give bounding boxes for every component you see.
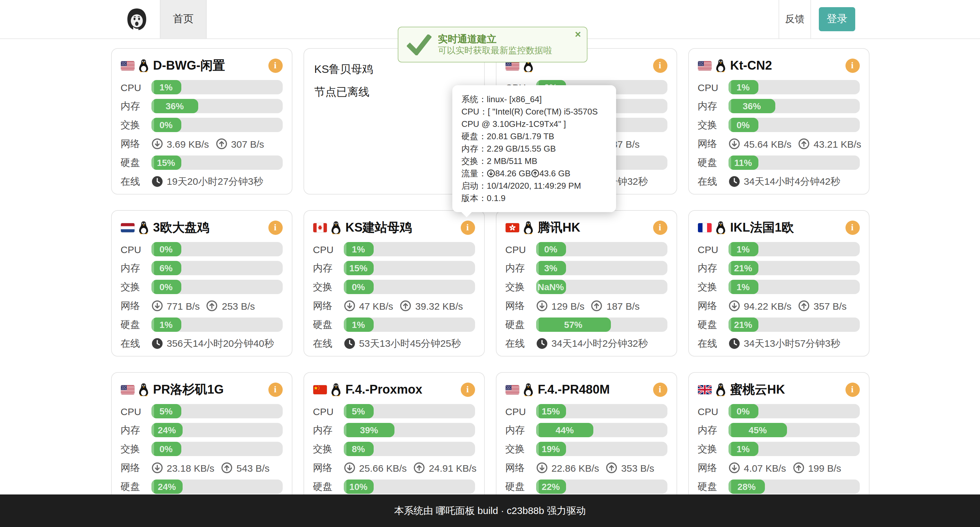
stat-label: 网络 xyxy=(505,462,536,474)
stat-row-mem: 内存36% xyxy=(698,99,859,113)
stat-row-uptime: 在线19天20小时27分钟3秒 xyxy=(121,174,282,189)
stat-row-mem: 内存15% xyxy=(313,261,475,275)
server-name: 蜜桃云HK xyxy=(730,381,785,398)
server-card: 3欧大盘鸡iCPU0%内存6%交换0%网络771 B/s253 B/s硬盘1%在… xyxy=(111,210,292,356)
stat-row-disk: 硬盘24% xyxy=(121,479,282,494)
server-card: KS建站母鸡iCPU1%内存15%交换0%网络47 KB/s39.32 KB/s… xyxy=(303,210,484,356)
mem-bar: 39% xyxy=(344,423,475,437)
site-logo-avatar[interactable] xyxy=(125,7,149,31)
stat-row-swap: 交换0% xyxy=(313,280,475,294)
flag-us-icon xyxy=(505,61,519,70)
stat-row-uptime: 在线34天13小时57分钟3秒 xyxy=(698,336,859,351)
server-name: F.4.-Proxmox xyxy=(345,383,422,397)
tab-home[interactable]: 首页 xyxy=(160,0,207,38)
stat-label: 交换 xyxy=(121,119,151,131)
close-icon[interactable]: × xyxy=(575,29,581,40)
info-icon[interactable]: i xyxy=(268,59,282,73)
tooltip-line: 硬盘：20.81 GB/1.79 TB xyxy=(461,130,607,142)
stat-label: 内存 xyxy=(121,262,151,274)
card-title-row: F.4.-Proxmoxi xyxy=(313,381,475,399)
linux-tux-icon xyxy=(331,383,341,396)
upload-speed: 307 B/s xyxy=(231,138,264,149)
info-icon[interactable]: i xyxy=(653,220,667,235)
card-title-row: 蜜桃云HKi xyxy=(698,381,859,399)
server-card: Kt-CN2iCPU1%内存36%交换0%网络45.64 KB/s43.21 K… xyxy=(688,48,869,195)
stat-label: 网络 xyxy=(121,462,151,474)
stat-row-disk: 硬盘22% xyxy=(505,479,667,494)
upload-speed: 39.32 KB/s xyxy=(415,300,463,311)
upload-arrow-icon xyxy=(792,462,804,474)
stat-label: 在线 xyxy=(121,337,151,350)
mem-percent: 3% xyxy=(544,261,557,275)
mem-bar: 24% xyxy=(151,423,282,437)
stat-row-cpu: CPU0% xyxy=(505,242,667,256)
info-icon[interactable]: i xyxy=(845,220,859,235)
stat-row-disk: 硬盘1% xyxy=(121,318,282,332)
cpu-percent: 15% xyxy=(542,404,560,418)
server-name: Kt-CN2 xyxy=(730,59,772,73)
stat-row-net: 网络45.64 KB/s43.21 KB/s xyxy=(698,137,859,151)
linux-tux-icon xyxy=(523,221,533,234)
download-arrow-icon xyxy=(344,300,355,311)
info-icon[interactable]: i xyxy=(268,383,282,397)
info-icon[interactable]: i xyxy=(460,220,475,235)
uptime-value: 34天13小时57分钟3秒 xyxy=(728,337,840,350)
stat-label: 交换 xyxy=(313,281,344,293)
stat-label: 在线 xyxy=(698,175,728,188)
cpu-percent: 5% xyxy=(352,404,365,418)
toast-message: 可以实时获取最新监控数据啦 xyxy=(438,45,552,56)
feedback-link[interactable]: 反馈 xyxy=(778,0,811,38)
tooltip-line: 系统：linux- [x86_64] xyxy=(461,93,607,105)
server-card: IKL法国1欧iCPU1%内存21%交换1%网络94.22 KB/s357 B/… xyxy=(688,210,869,356)
disk-percent: 28% xyxy=(738,479,756,494)
stat-label: 内存 xyxy=(698,424,728,436)
flag-fr-icon xyxy=(698,223,711,232)
swap-bar: 1% xyxy=(728,442,859,456)
info-icon[interactable]: i xyxy=(653,383,667,397)
download-speed: 22.86 KB/s xyxy=(551,462,599,473)
swap-percent: 8% xyxy=(352,442,365,456)
swap-percent: 0% xyxy=(159,280,173,294)
stat-row-disk: 硬盘10% xyxy=(313,479,475,494)
stat-row-net: 网络771 B/s253 B/s xyxy=(121,299,282,313)
server-name: F.4.-PR480M xyxy=(538,383,610,397)
stat-row-mem: 内存6% xyxy=(121,261,282,275)
stat-label: 硬盘 xyxy=(121,157,151,169)
info-icon[interactable]: i xyxy=(845,59,859,73)
stat-label: 内存 xyxy=(313,424,344,436)
login-button[interactable]: 登录 xyxy=(819,7,855,31)
stat-row-uptime: 在线34天14小时2分钟32秒 xyxy=(505,336,667,351)
stat-row-uptime: 在线34天14小时4分钟42秒 xyxy=(698,174,859,189)
mem-percent: 21% xyxy=(734,261,752,275)
swap-bar: NaN% xyxy=(536,280,667,294)
uptime-value: 356天14小时20分钟40秒 xyxy=(151,337,274,350)
upload-speed: 199 B/s xyxy=(808,462,841,473)
mem-percent: 39% xyxy=(360,423,378,437)
download-speed: 25.66 KB/s xyxy=(359,462,407,473)
server-name: 3欧大盘鸡 xyxy=(153,219,209,236)
linux-tux-icon xyxy=(523,383,533,396)
mem-bar: 6% xyxy=(151,261,282,275)
info-icon[interactable]: i xyxy=(845,383,859,397)
download-speed: 23.18 KB/s xyxy=(167,462,215,473)
download-speed: 94.22 KB/s xyxy=(744,300,792,311)
server-name: PR洛杉矶1G xyxy=(153,381,224,398)
stat-label: 内存 xyxy=(505,262,536,274)
download-speed: 129 B/s xyxy=(551,300,585,311)
stat-row-net: 网络3.69 KB/s307 B/s xyxy=(121,137,282,151)
swap-bar: 0% xyxy=(344,280,475,294)
stat-label: 交换 xyxy=(121,443,151,455)
info-icon[interactable]: i xyxy=(268,220,282,235)
linux-tux-icon xyxy=(715,59,725,72)
mem-bar: 45% xyxy=(728,423,859,437)
clock-icon xyxy=(536,338,547,350)
stat-label: 内存 xyxy=(698,100,728,112)
upload-speed: 543 B/s xyxy=(237,462,270,473)
linux-tux-icon xyxy=(138,221,148,234)
info-icon[interactable]: i xyxy=(653,59,667,73)
success-toast: 实时通道建立 可以实时获取最新监控数据啦 × xyxy=(398,27,587,62)
cpu-bar: 0% xyxy=(536,242,667,256)
stat-label: 硬盘 xyxy=(313,318,344,331)
info-icon[interactable]: i xyxy=(460,383,475,397)
disk-bar: 24% xyxy=(151,479,282,494)
